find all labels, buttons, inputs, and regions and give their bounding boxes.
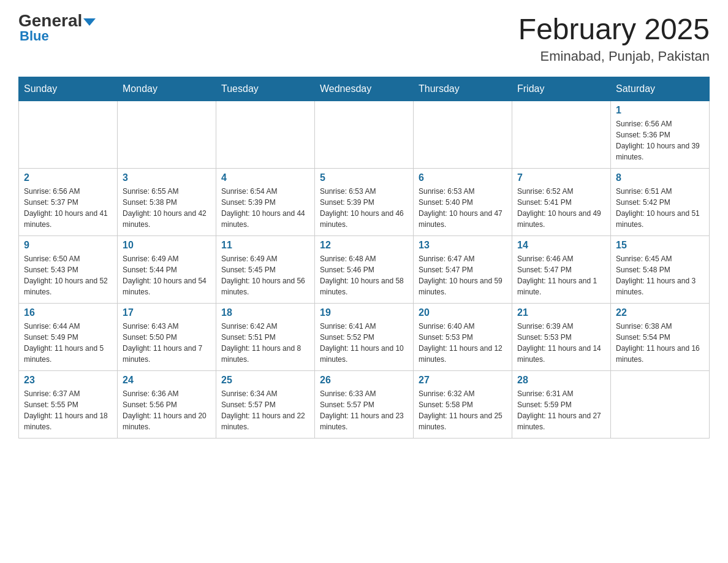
day-info: Sunrise: 6:42 AM Sunset: 5:51 PM Dayligh…: [221, 321, 309, 365]
header-tuesday: Tuesday: [216, 77, 315, 101]
day-number: 8: [616, 172, 704, 183]
calendar-cell: [512, 101, 611, 169]
day-info: Sunrise: 6:41 AM Sunset: 5:52 PM Dayligh…: [320, 321, 408, 365]
calendar-cell: 1Sunrise: 6:56 AM Sunset: 5:36 PM Daylig…: [611, 101, 710, 169]
calendar-cell: 3Sunrise: 6:55 AM Sunset: 5:38 PM Daylig…: [118, 169, 216, 236]
day-info: Sunrise: 6:37 AM Sunset: 5:55 PM Dayligh…: [24, 388, 112, 432]
calendar-cell: 5Sunrise: 6:53 AM Sunset: 5:39 PM Daylig…: [315, 169, 414, 236]
day-info: Sunrise: 6:51 AM Sunset: 5:42 PM Dayligh…: [616, 186, 704, 230]
day-info: Sunrise: 6:31 AM Sunset: 5:59 PM Dayligh…: [517, 388, 605, 432]
calendar-subtitle: Eminabad, Punjab, Pakistan: [518, 48, 710, 64]
day-number: 19: [320, 307, 408, 318]
day-info: Sunrise: 6:34 AM Sunset: 5:57 PM Dayligh…: [221, 388, 309, 432]
day-number: 5: [320, 172, 408, 183]
calendar-cell: [611, 371, 710, 439]
day-info: Sunrise: 6:47 AM Sunset: 5:47 PM Dayligh…: [419, 253, 507, 297]
day-number: 17: [123, 307, 211, 318]
day-info: Sunrise: 6:44 AM Sunset: 5:49 PM Dayligh…: [24, 321, 112, 365]
calendar-cell: 15Sunrise: 6:45 AM Sunset: 5:48 PM Dayli…: [611, 236, 710, 304]
calendar-cell: 7Sunrise: 6:52 AM Sunset: 5:41 PM Daylig…: [512, 169, 611, 236]
day-number: 10: [123, 240, 211, 251]
day-number: 14: [517, 240, 605, 251]
day-info: Sunrise: 6:56 AM Sunset: 5:36 PM Dayligh…: [616, 118, 704, 163]
calendar-cell: 10Sunrise: 6:49 AM Sunset: 5:44 PM Dayli…: [118, 236, 216, 304]
calendar-week-row: 23Sunrise: 6:37 AM Sunset: 5:55 PM Dayli…: [19, 371, 710, 439]
calendar-title: February 2025: [518, 12, 710, 46]
calendar-cell: 4Sunrise: 6:54 AM Sunset: 5:39 PM Daylig…: [216, 169, 315, 236]
day-number: 1: [616, 105, 704, 116]
day-info: Sunrise: 6:56 AM Sunset: 5:37 PM Dayligh…: [24, 186, 112, 230]
calendar-cell: 6Sunrise: 6:53 AM Sunset: 5:40 PM Daylig…: [414, 169, 512, 236]
calendar-week-row: 9Sunrise: 6:50 AM Sunset: 5:43 PM Daylig…: [19, 236, 710, 304]
day-info: Sunrise: 6:49 AM Sunset: 5:44 PM Dayligh…: [123, 253, 211, 297]
day-number: 2: [24, 172, 112, 183]
day-number: 4: [221, 172, 309, 183]
title-block: February 2025 Eminabad, Punjab, Pakistan: [518, 12, 710, 64]
day-number: 28: [517, 375, 605, 386]
day-number: 16: [24, 307, 112, 318]
calendar-cell: 20Sunrise: 6:40 AM Sunset: 5:53 PM Dayli…: [414, 304, 512, 371]
day-info: Sunrise: 6:50 AM Sunset: 5:43 PM Dayligh…: [24, 253, 112, 297]
day-info: Sunrise: 6:32 AM Sunset: 5:58 PM Dayligh…: [419, 388, 507, 432]
calendar-cell: 13Sunrise: 6:47 AM Sunset: 5:47 PM Dayli…: [414, 236, 512, 304]
calendar-cell: 16Sunrise: 6:44 AM Sunset: 5:49 PM Dayli…: [19, 304, 118, 371]
day-info: Sunrise: 6:33 AM Sunset: 5:57 PM Dayligh…: [320, 388, 408, 432]
calendar-cell: 25Sunrise: 6:34 AM Sunset: 5:57 PM Dayli…: [216, 371, 315, 439]
page-header: General Blue February 2025 Eminabad, Pun…: [18, 12, 710, 64]
logo: General Blue: [18, 12, 96, 44]
calendar-cell: 12Sunrise: 6:48 AM Sunset: 5:46 PM Dayli…: [315, 236, 414, 304]
day-info: Sunrise: 6:52 AM Sunset: 5:41 PM Dayligh…: [517, 186, 605, 230]
calendar-cell: 8Sunrise: 6:51 AM Sunset: 5:42 PM Daylig…: [611, 169, 710, 236]
calendar-cell: [19, 101, 118, 169]
calendar-cell: 21Sunrise: 6:39 AM Sunset: 5:53 PM Dayli…: [512, 304, 611, 371]
day-number: 13: [419, 240, 507, 251]
calendar-body: 1Sunrise: 6:56 AM Sunset: 5:36 PM Daylig…: [19, 101, 710, 439]
day-number: 26: [320, 375, 408, 386]
calendar-cell: 27Sunrise: 6:32 AM Sunset: 5:58 PM Dayli…: [414, 371, 512, 439]
day-number: 25: [221, 375, 309, 386]
calendar-cell: [414, 101, 512, 169]
header-saturday: Saturday: [611, 77, 710, 101]
calendar-cell: 18Sunrise: 6:42 AM Sunset: 5:51 PM Dayli…: [216, 304, 315, 371]
day-number: 9: [24, 240, 112, 251]
day-info: Sunrise: 6:39 AM Sunset: 5:53 PM Dayligh…: [517, 321, 605, 365]
calendar-cell: 11Sunrise: 6:49 AM Sunset: 5:45 PM Dayli…: [216, 236, 315, 304]
calendar-table: Sunday Monday Tuesday Wednesday Thursday…: [18, 77, 710, 439]
header-sunday: Sunday: [19, 77, 118, 101]
header-thursday: Thursday: [414, 77, 512, 101]
day-info: Sunrise: 6:43 AM Sunset: 5:50 PM Dayligh…: [123, 321, 211, 365]
day-number: 3: [123, 172, 211, 183]
logo-triangle-icon: [83, 18, 96, 26]
header-monday: Monday: [118, 77, 216, 101]
day-info: Sunrise: 6:40 AM Sunset: 5:53 PM Dayligh…: [419, 321, 507, 365]
day-number: 22: [616, 307, 704, 318]
day-number: 24: [123, 375, 211, 386]
calendar-cell: [216, 101, 315, 169]
calendar-cell: 9Sunrise: 6:50 AM Sunset: 5:43 PM Daylig…: [19, 236, 118, 304]
day-info: Sunrise: 6:36 AM Sunset: 5:56 PM Dayligh…: [123, 388, 211, 432]
day-number: 7: [517, 172, 605, 183]
calendar-week-row: 16Sunrise: 6:44 AM Sunset: 5:49 PM Dayli…: [19, 304, 710, 371]
day-info: Sunrise: 6:46 AM Sunset: 5:47 PM Dayligh…: [517, 253, 605, 297]
day-number: 15: [616, 240, 704, 251]
day-info: Sunrise: 6:55 AM Sunset: 5:38 PM Dayligh…: [123, 186, 211, 230]
header-friday: Friday: [512, 77, 611, 101]
calendar-cell: 14Sunrise: 6:46 AM Sunset: 5:47 PM Dayli…: [512, 236, 611, 304]
day-info: Sunrise: 6:45 AM Sunset: 5:48 PM Dayligh…: [616, 253, 704, 297]
calendar-cell: 26Sunrise: 6:33 AM Sunset: 5:57 PM Dayli…: [315, 371, 414, 439]
logo-blue-text: Blue: [20, 28, 49, 44]
day-info: Sunrise: 6:53 AM Sunset: 5:40 PM Dayligh…: [419, 186, 507, 230]
day-number: 12: [320, 240, 408, 251]
calendar-week-row: 1Sunrise: 6:56 AM Sunset: 5:36 PM Daylig…: [19, 101, 710, 169]
day-number: 11: [221, 240, 309, 251]
day-number: 23: [24, 375, 112, 386]
day-number: 18: [221, 307, 309, 318]
calendar-cell: [118, 101, 216, 169]
day-number: 21: [517, 307, 605, 318]
calendar-cell: 19Sunrise: 6:41 AM Sunset: 5:52 PM Dayli…: [315, 304, 414, 371]
day-number: 20: [419, 307, 507, 318]
day-number: 27: [419, 375, 507, 386]
day-info: Sunrise: 6:48 AM Sunset: 5:46 PM Dayligh…: [320, 253, 408, 297]
calendar-cell: [315, 101, 414, 169]
weekday-header-row: Sunday Monday Tuesday Wednesday Thursday…: [19, 77, 710, 101]
